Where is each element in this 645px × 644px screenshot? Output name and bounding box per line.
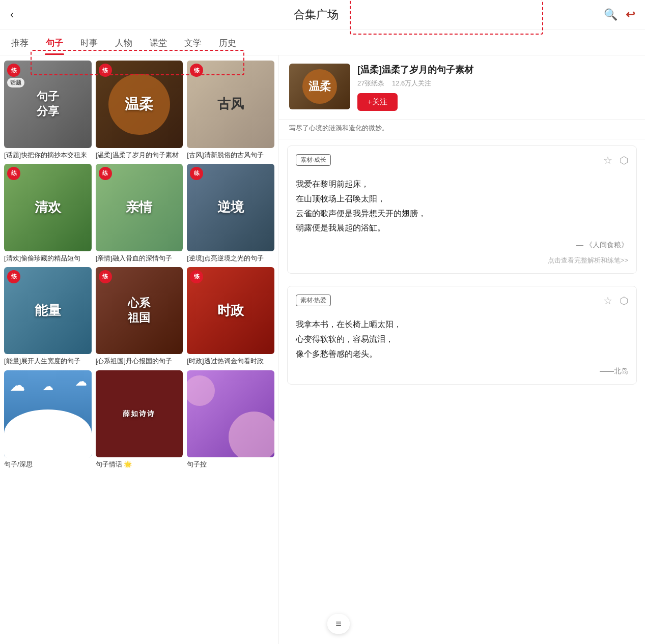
grid-thumbnail: 练 逆境 <box>187 164 274 251</box>
grid-title: [亲情]融入骨血的深情句子 <box>96 254 183 263</box>
logo-badge: 练 <box>7 167 20 180</box>
list-item[interactable]: 薛如诗诗 句子情话 🌟 <box>96 370 183 470</box>
tab-literature[interactable]: 文学 <box>183 30 203 55</box>
grid-thumbnail: 练 古风 <box>187 61 274 148</box>
logo-badge: 练 <box>99 270 112 283</box>
tab-news[interactable]: 时事 <box>79 30 99 55</box>
sheet-count: 27张纸条 <box>357 79 384 87</box>
grid-title: [话题]快把你的摘抄本交租来 <box>4 151 92 160</box>
grid-thumbnail: 练 温柔 <box>96 61 183 148</box>
grid-title: 句子控 <box>187 460 274 469</box>
collection-header: 温柔 [温柔]温柔了岁月的句子素材 27张纸条 12.6万人关注 +关注 <box>279 55 645 120</box>
star-icon-2[interactable]: ☆ <box>603 295 612 307</box>
grid-thumbnail: 练 心系祖国 <box>96 267 183 355</box>
tab-navigation: 推荐 句子 时事 人物 课堂 文学 历史 <box>0 30 645 55</box>
thumb-text: 亲情 <box>126 199 152 216</box>
left-panel: 练 话题 句子分享 [话题]快把你的摘抄本交租来 练 温柔 [温柔]温柔了岁月的… <box>0 55 279 644</box>
logo-badge: 练 <box>190 270 203 283</box>
collection-name: [温柔]温柔了岁月的句子素材 <box>357 64 473 76</box>
circle-overlay: 温柔 <box>108 74 170 135</box>
grid-title: [温柔]温柔了岁月的句子素材 <box>96 151 183 160</box>
logo-badge: 练 <box>190 167 203 180</box>
logo-badge: 练 <box>7 270 20 283</box>
tab-recommend[interactable]: 推荐 <box>10 30 30 55</box>
collection-circle: 温柔 <box>302 69 337 104</box>
thumb-text: 逆境 <box>217 199 244 216</box>
share-icon[interactable]: ↩ <box>626 8 635 21</box>
quote-card-1[interactable]: ☆ ⬡ 素材·成长 我爱在黎明前起床， 在山顶牧场上召唤太阳， 云雀的歌声便是我… <box>287 145 637 274</box>
list-item[interactable]: 练 清欢 [清欢]偷偷珍藏的精品短句 <box>4 164 92 263</box>
card-actions: ☆ ⬡ <box>603 154 628 166</box>
share-card-icon[interactable]: ⬡ <box>620 154 628 166</box>
grid-title: [时政]透过热词金句看时政 <box>187 357 274 366</box>
collection-info: [温柔]温柔了岁月的句子素材 27张纸条 12.6万人关注 +关注 <box>357 64 473 111</box>
collection-thumbnail: 温柔 <box>289 64 350 109</box>
list-item[interactable]: 句子控 <box>187 370 274 470</box>
thumb-text: 能量 <box>35 302 61 319</box>
list-item[interactable]: 练 心系祖国 [心系祖国]丹心报国的句子 <box>96 267 183 366</box>
grid-thumbnail: 练 亲情 <box>96 164 183 251</box>
grid-thumbnail: 练 能量 <box>4 267 92 355</box>
grid-thumbnail: ☁ ☁ ☁ <box>4 370 92 458</box>
grid-title: [逆境]点亮逆境之光的句子 <box>187 254 274 263</box>
grid-title: 句子/深思 <box>4 460 92 469</box>
menu-icon[interactable]: ≡ <box>335 618 342 629</box>
list-item[interactable]: 练 能量 [能量]展开人生宽度的句子 <box>4 267 92 366</box>
bottom-toolbar[interactable]: ≡ <box>327 614 350 634</box>
logo-badge: 练 <box>99 167 112 180</box>
logo-badge: 练 <box>99 64 112 77</box>
tab-people[interactable]: 人物 <box>114 30 133 55</box>
grid-thumbnail: 练 话题 句子分享 <box>4 61 92 148</box>
list-item[interactable]: 练 古风 [古风]清新脱俗的古风句子 <box>187 61 274 160</box>
topic-badge: 话题 <box>7 78 24 87</box>
back-button[interactable]: ‹ <box>10 8 29 21</box>
card-tag: 素材·成长 <box>296 154 331 166</box>
collection-grid: 练 话题 句子分享 [话题]快把你的摘抄本交租来 练 温柔 [温柔]温柔了岁月的… <box>4 61 274 469</box>
share-card-icon-2[interactable]: ⬡ <box>620 295 628 307</box>
list-item[interactable]: 练 逆境 [逆境]点亮逆境之光的句子 <box>187 164 274 263</box>
tab-class[interactable]: 课堂 <box>149 30 168 55</box>
logo-badge: 练 <box>7 64 20 77</box>
search-icon[interactable]: 🔍 <box>604 8 618 21</box>
card-actions-2: ☆ ⬡ <box>603 295 628 307</box>
grid-thumbnail: 薛如诗诗 <box>96 370 183 458</box>
quote-source: — 《人间食粮》 <box>296 241 628 250</box>
list-item[interactable]: 练 温柔 [温柔]温柔了岁月的句子素材 <box>96 61 183 160</box>
star-icon[interactable]: ☆ <box>603 154 612 166</box>
thumb-text: 时政 <box>217 302 244 319</box>
grid-title: 句子情话 🌟 <box>96 460 183 469</box>
quote-card-2[interactable]: ☆ ⬡ 素材·热爱 我拿本书，在长椅上晒太阳， 心变得软软的，容易流泪， 像个多… <box>287 286 637 384</box>
grid-thumbnail: 练 时政 <box>187 267 274 355</box>
list-item[interactable]: ☁ ☁ ☁ 句子/深思 <box>4 370 92 470</box>
thumb-text: 古风 <box>217 96 244 113</box>
grid-title: [古风]清新脱俗的古风句子 <box>187 151 274 160</box>
quote-source-2: ——北岛 <box>296 367 628 376</box>
grid-title: [心系祖国]丹心报国的句子 <box>96 357 183 366</box>
follow-button[interactable]: +关注 <box>357 93 398 111</box>
list-item[interactable]: 练 时政 [时政]透过热词金句看时政 <box>187 267 274 366</box>
logo-badge: 练 <box>190 64 203 77</box>
quote-text-2: 我拿本书，在长椅上晒太阳， 心变得软软的，容易流泪， 像个多愁善感的老头。 <box>296 317 628 361</box>
collection-meta: 27张纸条 12.6万人关注 <box>357 79 473 88</box>
list-item[interactable]: 练 亲情 [亲情]融入骨血的深情句子 <box>96 164 183 263</box>
list-item[interactable]: 练 话题 句子分享 [话题]快把你的摘抄本交租来 <box>4 61 92 160</box>
grid-title: [能量]展开人生宽度的句子 <box>4 357 92 366</box>
grid-thumbnail <box>187 370 274 458</box>
header: ‹ 合集广场 🔍 ↩ <box>0 0 645 30</box>
thumb-text: 清欢 <box>35 199 61 216</box>
collection-description: 写尽了心境的涟漪和造化的微妙。 <box>279 120 645 139</box>
thumb-text: 薛如诗诗 <box>123 407 155 420</box>
tab-sentence[interactable]: 句子 <box>45 30 64 55</box>
main-content: 练 话题 句子分享 [话题]快把你的摘抄本交租来 练 温柔 [温柔]温柔了岁月的… <box>0 55 645 644</box>
right-panel: 温柔 [温柔]温柔了岁月的句子素材 27张纸条 12.6万人关注 +关注 写尽了… <box>279 55 645 644</box>
thumb-text: 心系祖国 <box>128 296 150 325</box>
thumb-text: 句子分享 <box>37 90 59 119</box>
grid-title: [清欢]偷偷珍藏的精品短句 <box>4 254 92 263</box>
tab-history[interactable]: 历史 <box>218 30 237 55</box>
header-actions: 🔍 ↩ <box>604 8 635 21</box>
card-tag-2: 素材·热爱 <box>296 295 331 306</box>
view-more[interactable]: 点击查看完整解析和练笔>> <box>296 256 628 265</box>
follower-count: 12.6万人关注 <box>392 79 431 87</box>
grid-thumbnail: 练 清欢 <box>4 164 92 251</box>
page-title: 合集广场 <box>294 7 339 22</box>
